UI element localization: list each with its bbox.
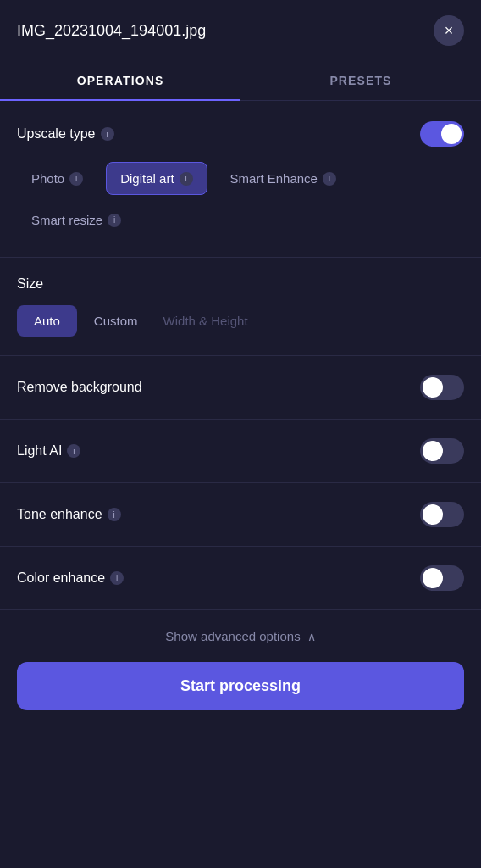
upscale-type-section: Upscale type i Photo i Digital art i Sma… [0, 101, 481, 258]
size-auto-button[interactable]: Auto [17, 305, 77, 337]
upscale-type-label: Upscale type i [17, 126, 114, 142]
chip-photo[interactable]: Photo i [17, 162, 97, 195]
light-ai-label: Light AI i [17, 443, 80, 459]
start-processing-button[interactable]: Start processing [17, 662, 464, 710]
color-enhance-toggle[interactable] [420, 565, 464, 591]
tab-operations[interactable]: OPERATIONS [0, 62, 240, 101]
size-custom-button[interactable]: Custom [77, 305, 155, 337]
light-ai-row: Light AI i [0, 420, 481, 483]
digital-art-info-icon[interactable]: i [180, 172, 193, 186]
upscale-type-toggle[interactable] [420, 121, 464, 147]
chip-smart-enhance[interactable]: Smart Enhance i [216, 162, 351, 195]
photo-info-icon[interactable]: i [69, 172, 83, 186]
advanced-options-row[interactable]: Show advanced options ∧ [0, 610, 481, 662]
upscale-type-info-icon[interactable]: i [101, 127, 114, 141]
close-button[interactable]: × [434, 15, 464, 46]
upscale-type-options: Photo i Digital art i Smart Enhance i Sm… [17, 162, 464, 236]
remove-background-row: Remove background [0, 356, 481, 420]
remove-background-toggle[interactable] [420, 375, 464, 400]
color-enhance-label: Color enhance i [17, 570, 124, 586]
color-enhance-row: Color enhance i [0, 547, 481, 610]
chip-smart-resize[interactable]: Smart resize i [17, 203, 135, 236]
content-area: Upscale type i Photo i Digital art i Sma… [0, 101, 481, 736]
tone-enhance-row: Tone enhance i [0, 483, 481, 547]
tab-presets[interactable]: PRESETS [240, 62, 481, 101]
title-bar: IMG_20231004_194001.jpg × [0, 0, 481, 61]
light-ai-toggle[interactable] [420, 438, 464, 464]
advanced-options-label: Show advanced options [165, 629, 300, 643]
remove-background-label: Remove background [17, 380, 142, 395]
tab-bar: OPERATIONS PRESETS [0, 61, 481, 101]
size-section: Size Auto Custom Width & Height [0, 258, 481, 356]
light-ai-info-icon[interactable]: i [67, 444, 80, 458]
smart-resize-info-icon[interactable]: i [108, 214, 121, 227]
size-options: Auto Custom Width & Height [17, 305, 464, 337]
tone-enhance-toggle[interactable] [420, 502, 464, 527]
tone-enhance-info-icon[interactable]: i [108, 508, 121, 521]
smart-enhance-info-icon[interactable]: i [323, 172, 336, 186]
chip-digital-art[interactable]: Digital art i [106, 162, 207, 195]
size-label: Size [17, 276, 464, 292]
filename-label: IMG_20231004_194001.jpg [17, 22, 206, 40]
chevron-up-icon: ∧ [307, 630, 316, 643]
size-placeholder: Width & Height [163, 314, 248, 328]
color-enhance-info-icon[interactable]: i [110, 571, 124, 585]
upscale-type-header: Upscale type i [17, 121, 464, 147]
tone-enhance-label: Tone enhance i [17, 507, 121, 522]
